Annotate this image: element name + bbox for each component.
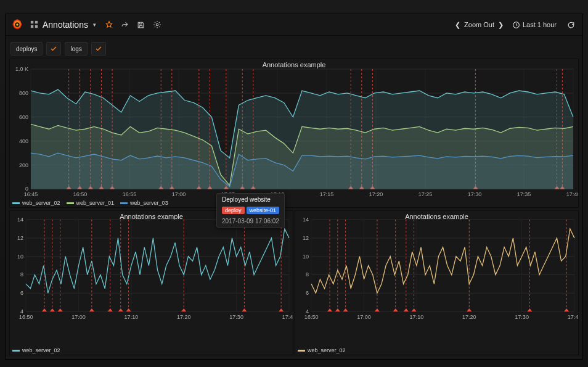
refresh-icon[interactable] bbox=[564, 18, 578, 31]
share-icon[interactable] bbox=[118, 18, 132, 31]
svg-text:17:00: 17:00 bbox=[71, 314, 86, 320]
tooltip-badge-deploy: deploy bbox=[222, 207, 245, 214]
clock-icon bbox=[512, 21, 520, 29]
legend-top: web_server_02 web_server_01 web_server_0… bbox=[12, 200, 168, 206]
chart-bottom-left[interactable]: 46810121416:5017:0017:1017:2017:3017:40 bbox=[10, 211, 293, 329]
svg-text:12: 12 bbox=[303, 235, 309, 241]
annotation-toggle-logs[interactable] bbox=[91, 42, 106, 56]
tooltip-title: Deployed website bbox=[217, 194, 284, 205]
svg-text:16:50: 16:50 bbox=[304, 314, 319, 320]
svg-rect-1 bbox=[31, 21, 33, 23]
save-icon[interactable] bbox=[134, 18, 148, 31]
svg-text:17:25: 17:25 bbox=[419, 191, 433, 197]
tooltip-badge-site: website-01 bbox=[247, 207, 280, 214]
svg-rect-2 bbox=[35, 21, 38, 23]
svg-text:17:35: 17:35 bbox=[517, 191, 531, 197]
svg-text:1.0 K: 1.0 K bbox=[15, 66, 28, 72]
grafana-logo-icon[interactable] bbox=[10, 18, 24, 31]
svg-text:17:20: 17:20 bbox=[369, 191, 383, 197]
settings-gear-icon[interactable] bbox=[150, 18, 164, 31]
chart-bottom-right[interactable]: 46810121416:5017:0017:1017:2017:3017:40 bbox=[295, 211, 578, 329]
annotation-tag-logs[interactable]: logs bbox=[65, 42, 87, 56]
svg-text:17:10: 17:10 bbox=[125, 314, 139, 320]
svg-text:6: 6 bbox=[20, 290, 23, 296]
svg-text:10: 10 bbox=[303, 254, 309, 260]
annotation-tag-deploys[interactable]: deploys bbox=[10, 42, 43, 56]
svg-text:8: 8 bbox=[306, 271, 309, 278]
svg-text:17:00: 17:00 bbox=[357, 314, 371, 320]
dashboard-title: Annotations bbox=[43, 20, 88, 30]
svg-text:17:20: 17:20 bbox=[177, 314, 191, 320]
caret-down-icon: ▾ bbox=[93, 22, 96, 28]
svg-text:17:20: 17:20 bbox=[462, 314, 476, 320]
svg-text:17:40: 17:40 bbox=[568, 314, 578, 320]
svg-text:17:30: 17:30 bbox=[468, 191, 482, 197]
svg-rect-4 bbox=[35, 25, 38, 28]
time-range-picker[interactable]: Last 1 hour bbox=[512, 21, 557, 29]
svg-text:14: 14 bbox=[303, 216, 309, 223]
svg-text:16:50: 16:50 bbox=[19, 314, 33, 320]
annotation-toggle-deploys[interactable] bbox=[46, 42, 61, 56]
svg-text:6: 6 bbox=[306, 290, 309, 296]
svg-text:10: 10 bbox=[17, 254, 23, 260]
svg-text:16:55: 16:55 bbox=[123, 191, 137, 197]
svg-text:12: 12 bbox=[17, 235, 23, 241]
svg-text:17:00: 17:00 bbox=[172, 191, 186, 197]
panel-bottom-left[interactable]: Annotations example 46810121416:5017:001… bbox=[9, 210, 293, 355]
time-forward-button[interactable]: ❯ bbox=[498, 21, 504, 29]
svg-text:17:30: 17:30 bbox=[515, 314, 529, 320]
svg-point-5 bbox=[156, 23, 158, 26]
svg-text:17:15: 17:15 bbox=[320, 191, 334, 197]
star-icon[interactable] bbox=[102, 18, 116, 31]
annotation-tooltip: Deployed website deploy website-01 2017-… bbox=[216, 193, 285, 228]
zoom-out-button[interactable]: Zoom Out bbox=[464, 21, 494, 28]
svg-text:8: 8 bbox=[20, 271, 23, 278]
svg-text:17:10: 17:10 bbox=[410, 314, 424, 320]
svg-text:16:45: 16:45 bbox=[24, 191, 38, 197]
panel-bottom-right[interactable]: Annotations example 46810121416:5017:001… bbox=[295, 210, 579, 355]
legend-br: web_server_02 bbox=[298, 347, 346, 353]
svg-text:14: 14 bbox=[17, 216, 23, 223]
svg-rect-3 bbox=[31, 25, 33, 28]
svg-text:800: 800 bbox=[19, 90, 28, 96]
svg-text:17:40: 17:40 bbox=[566, 191, 578, 197]
legend-bl: web_server_02 bbox=[12, 347, 60, 353]
dashboard-title-dropdown[interactable]: Annotations ▾ bbox=[30, 20, 96, 30]
apps-icon bbox=[30, 20, 39, 29]
time-back-button[interactable]: ❮ bbox=[455, 21, 460, 29]
panel-top[interactable]: Annotations example 02004006008001.0 K16… bbox=[9, 59, 579, 208]
svg-text:400: 400 bbox=[19, 138, 28, 144]
svg-text:600: 600 bbox=[19, 114, 28, 120]
svg-text:16:50: 16:50 bbox=[73, 191, 88, 197]
svg-text:17:40: 17:40 bbox=[282, 314, 293, 320]
svg-text:200: 200 bbox=[19, 162, 28, 168]
tooltip-timestamp: 2017-03-09 17:06:02 bbox=[217, 216, 284, 227]
chart-top[interactable]: 02004006008001.0 K16:4516:5016:5517:0017… bbox=[10, 59, 578, 208]
svg-text:17:30: 17:30 bbox=[229, 314, 243, 320]
